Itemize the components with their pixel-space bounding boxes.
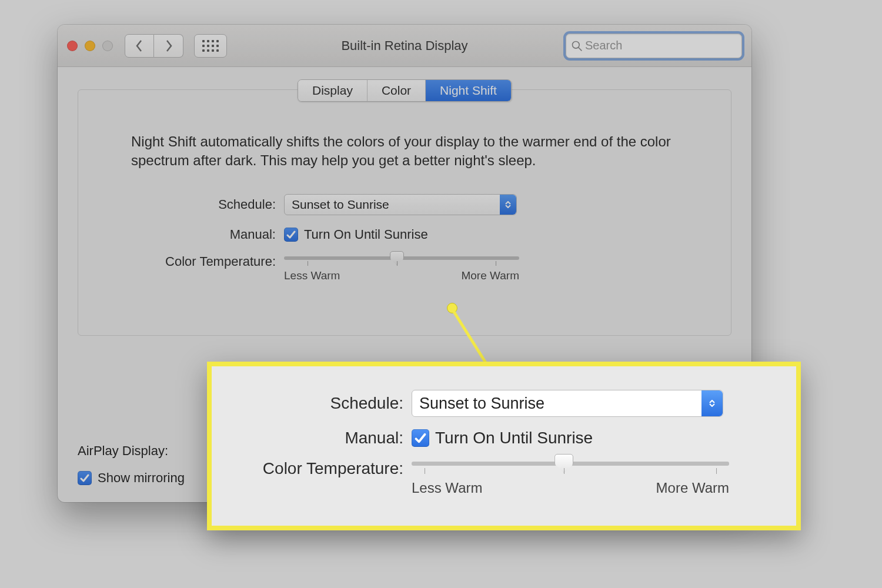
callout-schedule-row: Schedule: Sunset to Sunrise: [229, 390, 773, 417]
mirroring-checkbox[interactable]: [78, 471, 92, 485]
display-panel: Display Color Night Shift Night Shift au…: [78, 89, 731, 336]
show-all-button[interactable]: [194, 34, 227, 58]
window-controls: [67, 41, 113, 51]
nav-buttons: [125, 34, 183, 58]
callout-manual-label: Manual:: [229, 429, 412, 447]
schedule-value: Sunset to Sunrise: [285, 198, 389, 212]
callout-manual-checkbox[interactable]: [412, 429, 429, 447]
search-input[interactable]: [585, 39, 737, 52]
callout-schedule-select[interactable]: Sunset to Sunrise: [412, 390, 723, 417]
colortemp-label: Color Temperature:: [131, 254, 284, 269]
mirroring-label: Show mirroring: [98, 470, 185, 486]
close-icon[interactable]: [67, 41, 78, 51]
forward-button[interactable]: [154, 34, 183, 58]
callout-colortemp-slider[interactable]: Less Warm More Warm: [412, 459, 729, 496]
nightshift-description: Night Shift automatically shifts the col…: [78, 90, 731, 194]
grid-icon: [202, 40, 219, 52]
titlebar: Built-in Retina Display: [58, 25, 751, 67]
minimize-icon[interactable]: [85, 41, 95, 51]
search-field[interactable]: [566, 34, 742, 58]
manual-label: Manual:: [131, 227, 284, 242]
schedule-select[interactable]: Sunset to Sunrise: [284, 194, 517, 215]
callout-colortemp-label: Color Temperature:: [229, 459, 412, 478]
slider-more-label: More Warm: [461, 269, 519, 282]
airplay-label: AirPlay Display:: [78, 443, 168, 459]
callout-schedule-value: Sunset to Sunrise: [412, 395, 544, 413]
callout-slider-less-label: Less Warm: [412, 480, 482, 496]
svg-point-0: [573, 41, 580, 48]
tab-nightshift[interactable]: Night Shift: [426, 80, 511, 101]
callout-manual-text: Turn On Until Sunrise: [435, 429, 593, 447]
callout-colortemp-row: Color Temperature: Less Warm More Warm: [229, 459, 773, 496]
tab-display[interactable]: Display: [298, 80, 368, 101]
svg-line-1: [579, 47, 582, 51]
schedule-label: Schedule:: [131, 197, 284, 212]
tab-bar: Display Color Night Shift: [298, 79, 512, 102]
chevron-updown-icon: [500, 195, 516, 215]
callout-slider-more-label: More Warm: [656, 480, 729, 496]
callout-zoom: Schedule: Sunset to Sunrise Manual: Turn…: [207, 362, 801, 530]
slider-less-label: Less Warm: [284, 269, 340, 282]
manual-checkbox[interactable]: [284, 228, 298, 242]
callout-schedule-label: Schedule:: [229, 394, 412, 413]
chevron-updown-icon: [701, 390, 723, 416]
colortemp-slider[interactable]: Less Warm More Warm: [284, 254, 519, 282]
nightshift-form: Schedule: Sunset to Sunrise Manual: Turn…: [78, 194, 731, 282]
back-button[interactable]: [125, 34, 154, 58]
schedule-row: Schedule: Sunset to Sunrise: [131, 194, 678, 215]
colortemp-row: Color Temperature: Less Warm More Warm: [131, 254, 678, 282]
tab-color[interactable]: Color: [368, 80, 426, 101]
zoom-icon[interactable]: [102, 41, 113, 51]
callout-manual-row: Manual: Turn On Until Sunrise: [229, 429, 773, 447]
manual-row: Manual: Turn On Until Sunrise: [131, 227, 678, 242]
search-icon: [571, 40, 583, 52]
manual-text: Turn On Until Sunrise: [304, 227, 428, 242]
